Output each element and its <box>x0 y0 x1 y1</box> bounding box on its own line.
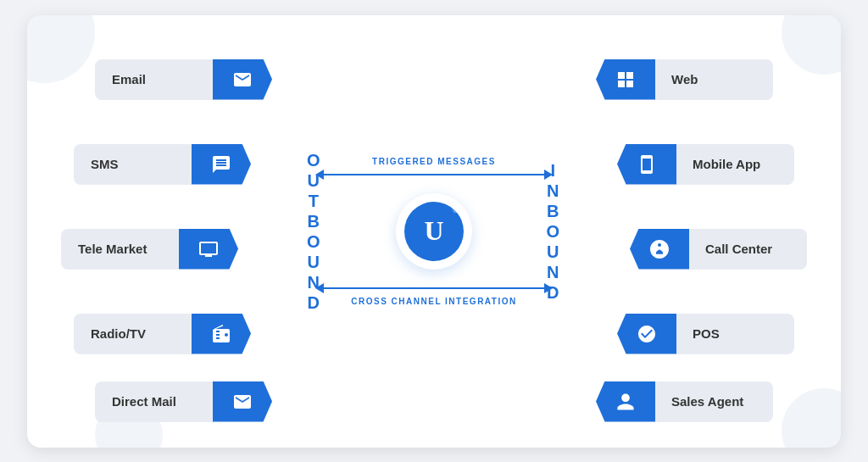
channel-pill-radio-tv: Radio/TV <box>74 314 251 354</box>
center-logo: U ® <box>396 193 472 270</box>
email-icon <box>213 59 272 100</box>
channel-pill-mobile-app: Mobile App <box>617 144 794 185</box>
channel-pill-direct-mail: Direct Mail <box>95 381 272 422</box>
triggered-messages-label: TRIGGERED MESSAGES <box>372 157 496 166</box>
mobile-app-icon <box>617 144 676 185</box>
direct-mail-icon <box>213 381 272 422</box>
sms-icon <box>192 144 251 185</box>
direct-mail-label: Direct Mail <box>95 381 214 422</box>
deco-circle-tl <box>27 15 95 83</box>
pos-icon <box>617 314 676 354</box>
web-icon <box>596 59 655 100</box>
cross-channel-section: CROSS CHANNEL INTEGRATION <box>315 283 553 306</box>
channel-pill-tele-market: Tele Market <box>61 229 238 270</box>
channel-pill-email: Email <box>95 59 272 100</box>
logo-letter: U <box>424 215 443 247</box>
web-label: Web <box>654 59 773 100</box>
sales-agent-icon <box>596 381 655 422</box>
email-label: Email <box>95 59 214 100</box>
deco-circle-tr <box>782 15 841 75</box>
bottom-arrow <box>315 283 553 293</box>
channel-pill-call-center: Call Center <box>630 229 807 270</box>
diagram-container: OUTBOUND INBOUND Email SMS Tele Market R… <box>27 15 841 448</box>
sms-label: SMS <box>74 144 192 185</box>
radio-tv-icon <box>192 314 251 354</box>
channel-pill-web: Web <box>596 59 773 100</box>
call-center-icon <box>630 229 689 270</box>
channel-pill-sales-agent: Sales Agent <box>596 381 773 422</box>
triggered-messages-section: TRIGGERED MESSAGES <box>315 157 553 180</box>
channel-pill-sms: SMS <box>74 144 251 185</box>
registered-mark: ® <box>452 205 459 214</box>
deco-circle-br <box>782 388 841 448</box>
call-center-label: Call Center <box>688 229 807 270</box>
sales-agent-label: Sales Agent <box>654 381 773 422</box>
mobile-app-label: Mobile App <box>676 144 794 185</box>
tele-market-icon <box>179 229 238 270</box>
cross-channel-label: CROSS CHANNEL INTEGRATION <box>351 297 516 306</box>
logo-u-circle: U ® <box>404 202 464 261</box>
channel-pill-pos: POS <box>617 314 794 354</box>
top-arrow <box>315 170 553 180</box>
pos-label: POS <box>676 314 794 354</box>
radio-tv-label: Radio/TV <box>74 314 192 354</box>
tele-market-label: Tele Market <box>61 229 180 270</box>
